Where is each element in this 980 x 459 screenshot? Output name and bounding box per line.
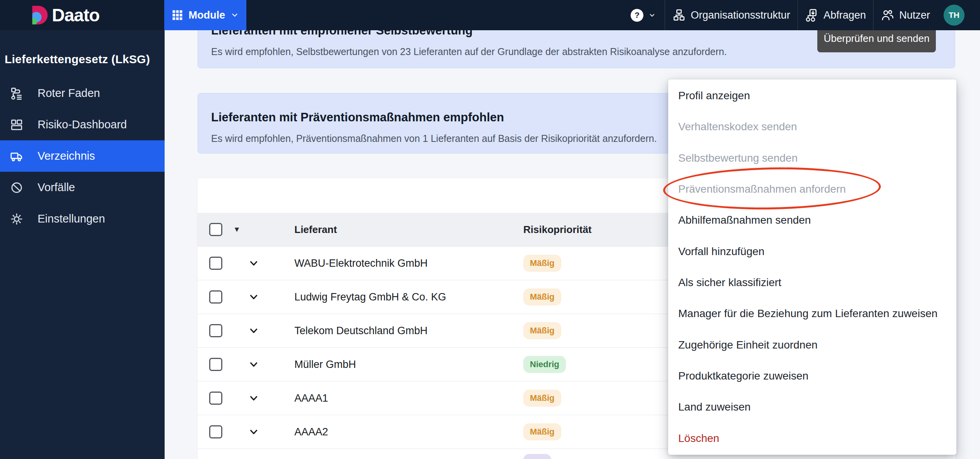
gear-icon <box>10 212 24 226</box>
sidebar-item-risiko-dashboard[interactable]: Risiko-Dashboard <box>0 109 165 140</box>
menu-item-add-incident[interactable]: Vorfall hinzufügen <box>668 236 956 267</box>
expand-chevron-icon[interactable] <box>248 426 260 438</box>
risk-badge: Mäßig <box>523 255 561 272</box>
route-icon <box>10 86 24 100</box>
expand-chevron-icon[interactable] <box>248 291 260 303</box>
daato-logo[interactable]: Daato <box>30 5 100 26</box>
sidebar-item-label: Vorfälle <box>38 181 75 194</box>
row-checkbox[interactable] <box>209 392 222 405</box>
menu-item-send-remedial-measures[interactable]: Abhilfemaßnahmen senden <box>668 205 956 236</box>
nav-item-label: Organisationsstruktur <box>691 9 790 21</box>
sidebar-item-vorfaelle[interactable]: Vorfälle <box>0 172 165 203</box>
sidebar-item-label: Risiko-Dashboard <box>38 118 127 131</box>
column-header-supplier: Lieferant <box>294 224 337 236</box>
row-checkbox[interactable] <box>209 290 222 304</box>
nav-item-nutzer[interactable]: Nutzer <box>873 0 937 30</box>
navbar-right-cluster: ? Organisationsstruktur <box>622 0 980 30</box>
expand-chevron-icon[interactable] <box>248 257 260 269</box>
risk-badge: Mäßig <box>523 423 561 440</box>
chevron-down-icon <box>648 12 656 19</box>
menu-item-request-prevention-measures: Präventionsmaßnahmen anfordern <box>668 174 956 205</box>
row-checkbox[interactable] <box>209 257 222 270</box>
risk-badge: Niedrig <box>523 356 566 373</box>
user-avatar[interactable]: TH <box>944 5 965 26</box>
prohibited-icon <box>10 181 24 195</box>
users-icon <box>881 9 894 22</box>
menu-item-assign-country[interactable]: Land zuweisen <box>668 392 956 423</box>
logo-wordmark: Daato <box>52 5 100 26</box>
supplier-name: WABU-Elektrotechnik GmbH <box>294 257 428 269</box>
menu-item-delete[interactable]: Löschen <box>668 423 956 454</box>
row-actions-context-menu: Profil anzeigen Verhaltenskodex senden S… <box>668 79 956 455</box>
sidebar-item-einstellungen[interactable]: Einstellungen <box>0 203 165 235</box>
sidebar-item-label: Roter Faden <box>38 87 100 100</box>
supplier-name: Telekom Deutschland GmbH <box>294 325 428 337</box>
supplier-name: Müller GmbH <box>294 359 356 371</box>
nav-item-label: Nutzer <box>899 9 930 21</box>
truck-icon <box>10 149 24 163</box>
nav-item-abfragen[interactable]: Abfragen <box>798 0 873 30</box>
banner-description: Es wird empfohlen, Präventionsmaßnahmen … <box>211 133 657 144</box>
risk-badge: Mäßig <box>523 390 561 407</box>
supplier-name: Ludwig Freytag GmbH & Co. KG <box>294 291 446 303</box>
module-switcher-button[interactable]: Module <box>164 0 246 30</box>
module-button-label: Module <box>189 9 225 21</box>
menu-item-assign-related-entity[interactable]: Zugehörige Einheit zuordnen <box>668 330 956 361</box>
risk-badge: Mäßig <box>523 288 561 305</box>
sidebar-item-verzeichnis[interactable]: Verzeichnis <box>0 140 165 172</box>
sidebar-module-title: Lieferkettengesetz (LkSG) <box>0 30 165 78</box>
sidebar-item-label: Einstellungen <box>38 212 105 225</box>
menu-item-classified-safe[interactable]: Als sicher klassifiziert <box>668 267 956 298</box>
expand-chevron-icon[interactable] <box>248 325 260 336</box>
menu-item-send-code-of-conduct: Verhaltenskodex senden <box>668 111 956 142</box>
top-navbar: Daato Module ? <box>0 0 980 30</box>
sidebar-item-roter-faden[interactable]: Roter Faden <box>0 78 165 109</box>
banner-description: Es wird empfohlen, Selbstbewertungen von… <box>211 46 727 57</box>
risk-badge <box>523 454 551 459</box>
menu-item-assign-relationship-manager[interactable]: Manager für die Beziehung zum Lieferante… <box>668 298 956 329</box>
row-checkbox[interactable] <box>209 425 222 438</box>
supplier-name: AAAA2 <box>294 426 328 438</box>
select-all-checkbox[interactable] <box>209 223 222 236</box>
menu-item-assign-product-category[interactable]: Produktkategorie zuweisen <box>668 361 956 392</box>
query-flow-icon <box>805 9 818 22</box>
org-chart-icon <box>672 9 686 22</box>
row-checkbox[interactable] <box>209 358 222 371</box>
menu-item-send-self-assessment: Selbstbewertung senden <box>668 143 956 174</box>
risk-badge: Mäßig <box>523 322 561 339</box>
sidebar: Lieferkettengesetz (LkSG) Roter Faden Ri… <box>0 30 165 459</box>
selection-dropdown-caret[interactable]: ▼ <box>233 225 241 234</box>
dashboard-icon <box>10 118 24 132</box>
grid-icon <box>172 9 183 21</box>
banner-title: Lieferanten mit Präventionsmaßnahmen emp… <box>211 110 504 124</box>
menu-item-show-profile[interactable]: Profil anzeigen <box>668 80 956 111</box>
nav-item-label: Abfragen <box>824 9 866 21</box>
help-icon: ? <box>631 9 643 22</box>
daato-logo-mark-icon <box>30 5 48 25</box>
supplier-name: AAAA1 <box>294 392 328 404</box>
sidebar-item-label: Verzeichnis <box>38 150 95 162</box>
nav-item-organisationsstruktur[interactable]: Organisationsstruktur <box>665 0 798 30</box>
column-header-risk: Risikopriorität <box>523 224 591 236</box>
chevron-down-icon <box>230 11 239 19</box>
expand-chevron-icon[interactable] <box>248 392 260 404</box>
row-checkbox[interactable] <box>209 324 222 337</box>
help-menu-button[interactable]: ? <box>622 0 665 30</box>
expand-chevron-icon[interactable] <box>248 359 260 370</box>
